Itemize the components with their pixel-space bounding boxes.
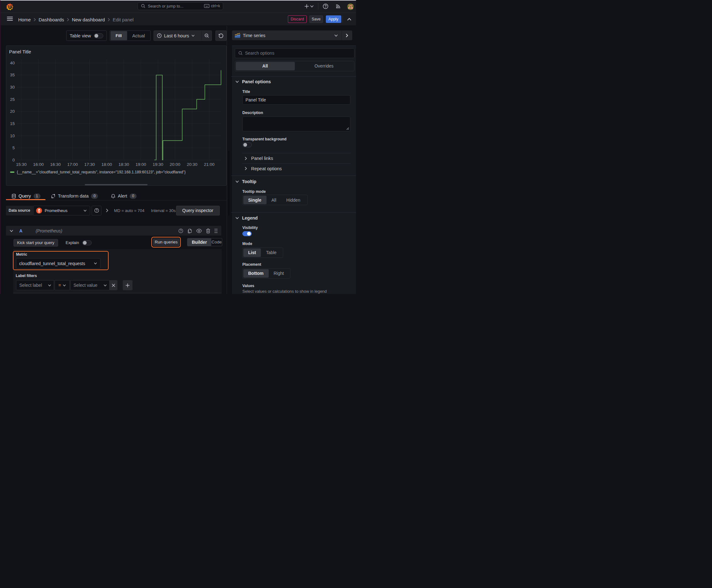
svg-text:20:00: 20:00: [170, 162, 180, 167]
svg-text:10: 10: [10, 133, 15, 138]
svg-text:40: 40: [10, 61, 15, 65]
svg-text:19:30: 19:30: [153, 162, 163, 167]
svg-text:5: 5: [12, 145, 15, 150]
svg-text:18:30: 18:30: [118, 162, 129, 167]
svg-text:16:00: 16:00: [33, 162, 44, 167]
svg-text:25: 25: [10, 97, 15, 102]
svg-text:15:30: 15:30: [16, 162, 27, 167]
svg-text:0: 0: [12, 158, 15, 162]
svg-text:16:30: 16:30: [50, 162, 61, 167]
svg-text:17:00: 17:00: [67, 162, 78, 167]
svg-text:19:00: 19:00: [135, 162, 146, 167]
svg-text:35: 35: [10, 73, 15, 78]
svg-text:15: 15: [10, 121, 15, 126]
svg-text:17:30: 17:30: [84, 162, 95, 167]
svg-text:20:30: 20:30: [187, 162, 197, 167]
svg-text:18:00: 18:00: [102, 162, 112, 167]
svg-text:30: 30: [10, 85, 15, 89]
svg-text:21:00: 21:00: [204, 162, 214, 167]
svg-text:20: 20: [10, 109, 15, 114]
